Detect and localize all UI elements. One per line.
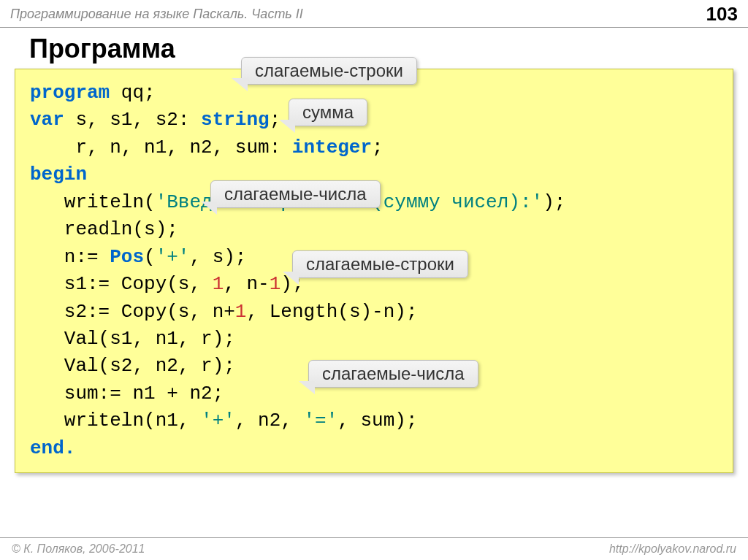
code-line-14: end. <box>30 435 718 462</box>
code-line-13: writeln(n1, '+', n2, '=', sum); <box>30 407 718 434</box>
callout-addends-strings-1: слагаемые-строки <box>241 57 417 85</box>
code-line-6: readln(s); <box>30 216 718 243</box>
code-line-9: s2:= Copy(s, n+1, Length(s)-n); <box>30 299 718 326</box>
callout-addends-numbers-2: слагаемые-числа <box>308 360 478 388</box>
header-title: Программирование на языке Паскаль. Часть… <box>10 7 303 22</box>
code-line-10: Val(s1, n1, r); <box>30 326 718 353</box>
page-number: 103 <box>706 3 738 26</box>
code-line-2: var s, s1, s2: string; <box>30 107 718 134</box>
copyright: © К. Поляков, 2006-2011 <box>12 542 145 556</box>
callout-addends-strings-2: слагаемые-строки <box>292 250 468 278</box>
page-header: Программирование на языке Паскаль. Часть… <box>0 0 748 28</box>
callout-sum: сумма <box>289 99 367 126</box>
code-line-3: r, n, n1, n2, sum: integer; <box>30 134 718 161</box>
page-footer: © К. Поляков, 2006-2011 http://kpolyakov… <box>0 537 748 560</box>
callout-addends-numbers-1: слагаемые-числа <box>210 180 381 208</box>
footer-url: http://kpolyakov.narod.ru <box>609 542 736 556</box>
